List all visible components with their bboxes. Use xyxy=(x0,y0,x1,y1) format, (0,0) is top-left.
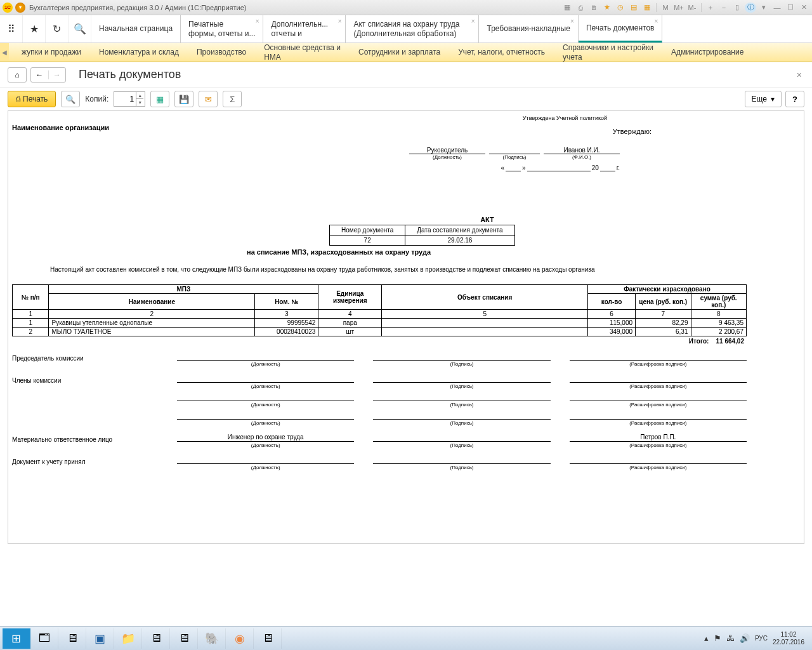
tb-mplus[interactable]: M+ xyxy=(673,3,684,13)
menu-purchases[interactable]: жупки и продажи xyxy=(13,43,90,62)
window-title: Бухгалтерия предприятия, редакция 3.0 / … xyxy=(29,4,561,11)
tab-print-forms[interactable]: Печатныеформы, отчеты и...× xyxy=(181,15,263,43)
akt-description: Настоящий акт составлен комиссией в том,… xyxy=(50,266,747,273)
taskbar-app-2[interactable]: 🖥 xyxy=(142,628,170,649)
start-button[interactable]: ⊞ xyxy=(3,628,30,649)
tb-sep2 xyxy=(701,3,702,12)
app-logo-icon: 1C xyxy=(3,3,13,13)
more-button[interactable]: Еще▾ xyxy=(745,91,782,107)
tb-icon-1[interactable]: ▦ xyxy=(561,3,573,13)
taskbar-folder-icon[interactable]: 📁 xyxy=(114,628,142,649)
tb-mminus[interactable]: M- xyxy=(686,3,698,13)
approve-label: Утверждаю: xyxy=(613,128,652,135)
tb-plus-icon[interactable]: + xyxy=(705,3,716,13)
akt-header-table: Номер документаДата составления документ… xyxy=(329,225,515,246)
menu-production[interactable]: Производство xyxy=(188,43,255,62)
history-icon[interactable]: ↻ xyxy=(46,15,69,43)
close-icon[interactable]: × xyxy=(471,18,475,25)
search-icon[interactable]: 🔍 xyxy=(69,15,91,43)
menubar-scroll-left[interactable]: ◀ xyxy=(0,43,9,62)
sum-button[interactable]: Σ xyxy=(223,91,242,107)
akt-title: АКТ xyxy=(480,216,494,223)
tray-lang[interactable]: РУС xyxy=(755,635,768,642)
copies-label: Копий: xyxy=(85,95,108,103)
total-row: Итого: 11 664,02 xyxy=(12,338,747,345)
page-title: Печать документов xyxy=(79,68,181,81)
close-icon[interactable]: × xyxy=(338,18,342,25)
apps-grid-icon[interactable]: ⠿ xyxy=(0,15,23,43)
save-button[interactable]: 💾 xyxy=(174,91,193,107)
copies-stepper[interactable]: ▲▼ xyxy=(114,91,145,107)
taskbar-app-3[interactable]: 🖥 xyxy=(170,628,198,649)
tray-clock[interactable]: 11:0222.07.2016 xyxy=(773,631,804,646)
print-button[interactable]: ⎙Печать xyxy=(8,91,56,107)
forward-icon[interactable]: → xyxy=(49,70,66,79)
tb-cal-icon[interactable]: ▦ xyxy=(641,3,653,13)
approved-policy-text: Утверждена Учетной политикой xyxy=(12,115,747,121)
tray-network-icon[interactable]: 🖧 xyxy=(726,633,735,643)
menu-nomenclature[interactable]: Номенклатура и склад xyxy=(90,43,188,62)
close-icon[interactable]: × xyxy=(655,18,658,25)
tb-sep xyxy=(656,3,657,12)
favorites-star-icon[interactable]: ★ xyxy=(23,15,46,43)
chairman-label: Председатель комиссии xyxy=(12,352,177,362)
taskbar-explorer-icon[interactable]: 🗔 xyxy=(30,628,58,649)
back-icon[interactable]: ← xyxy=(31,70,49,79)
taskbar-powershell-icon[interactable]: ▣ xyxy=(86,628,114,649)
tab-home[interactable]: Начальная страница xyxy=(91,15,181,43)
taskbar-1c-icon[interactable]: ◉ xyxy=(226,628,254,649)
spin-up-icon[interactable]: ▲ xyxy=(136,92,143,99)
tab-act[interactable]: Акт списания на охрану труда(Дополнитель… xyxy=(346,15,479,43)
app-menu-dropdown[interactable]: ▾ xyxy=(15,3,25,13)
tb-minus-icon[interactable]: − xyxy=(718,3,730,13)
mat-resp-label: Материально ответственное лицо xyxy=(12,434,177,443)
page-close-button[interactable]: × xyxy=(794,67,804,83)
table-row: 2МЫЛО ТУАЛЕТНОЕ00028410023шт349,0006,312… xyxy=(13,328,747,336)
tab-print-documents[interactable]: Печать документов× xyxy=(579,15,663,43)
tb-dropdown-icon[interactable]: ▾ xyxy=(758,3,769,13)
preview-button[interactable]: 🔍 xyxy=(61,91,80,107)
tray-sound-icon[interactable]: 🔊 xyxy=(740,633,750,643)
received-label: Документ к учету принял xyxy=(12,456,177,465)
close-button[interactable]: ✕ xyxy=(798,3,809,13)
spin-down-icon[interactable]: ▼ xyxy=(136,99,143,106)
table-row: 1Рукавицы утепленные однопалые99995542па… xyxy=(13,319,747,328)
menu-directories[interactable]: Справочники и настройкиучета xyxy=(554,43,662,62)
taskbar: ⊞ 🗔 🖥 ▣ 📁 🖥 🖥 🐘 ◉ 🖥 ▴ ⚑ 🖧 🔊 РУС 11:0222.… xyxy=(0,626,812,650)
home-button[interactable]: ⌂ xyxy=(8,67,27,83)
email-button[interactable]: ✉ xyxy=(199,91,218,107)
tb-info-icon[interactable]: ⓘ xyxy=(745,3,756,13)
menu-assets[interactable]: Основные средства иНМА xyxy=(255,43,350,62)
minimize-button[interactable]: — xyxy=(771,3,783,13)
tb-button-1[interactable]: ▦ xyxy=(150,91,169,107)
tb-calc-icon[interactable]: ▤ xyxy=(628,3,639,13)
approve-position: Руководитель xyxy=(409,147,485,154)
copies-input[interactable] xyxy=(114,95,136,103)
document-viewport[interactable]: Утверждена Учетной политикой Наименовани… xyxy=(8,110,804,544)
tb-m[interactable]: M xyxy=(660,3,671,13)
maximize-button[interactable]: ☐ xyxy=(785,3,796,13)
akt-subtitle: на списание МПЗ, израсходованных на охра… xyxy=(12,248,747,256)
chevron-down-icon: ▾ xyxy=(771,95,775,103)
tb-print-icon[interactable]: ⎙ xyxy=(575,3,586,13)
tb-star-icon[interactable]: ★ xyxy=(601,3,613,13)
tab-requirements[interactable]: Требования-накладные× xyxy=(479,15,578,43)
close-icon[interactable]: × xyxy=(256,18,259,25)
tb-panel-icon[interactable]: ▯ xyxy=(731,3,743,13)
menu-admin[interactable]: Администрирование xyxy=(662,43,752,62)
tab-additional-reports[interactable]: Дополнительн...отчеты и× xyxy=(263,15,346,43)
tb-doc-icon[interactable]: 🗎 xyxy=(588,3,599,13)
members-label: Члены комиссии xyxy=(12,375,177,384)
nav-back-forward[interactable]: ←→ xyxy=(30,67,66,83)
close-icon[interactable]: × xyxy=(570,18,574,25)
taskbar-app-1[interactable]: 🖥 xyxy=(58,628,86,649)
tb-clock-icon[interactable]: ◷ xyxy=(615,3,626,13)
menu-staff[interactable]: Сотрудники и зарплата xyxy=(350,43,449,62)
menu-accounting[interactable]: Учет, налоги, отчетность xyxy=(449,43,554,62)
printer-icon: ⎙ xyxy=(16,95,20,103)
taskbar-elephant-icon[interactable]: 🐘 xyxy=(198,628,226,649)
tray-up-icon[interactable]: ▴ xyxy=(704,633,709,643)
taskbar-app-4[interactable]: 🖥 xyxy=(254,628,282,649)
help-button[interactable]: ? xyxy=(785,91,804,107)
tray-flag-icon[interactable]: ⚑ xyxy=(714,633,721,643)
